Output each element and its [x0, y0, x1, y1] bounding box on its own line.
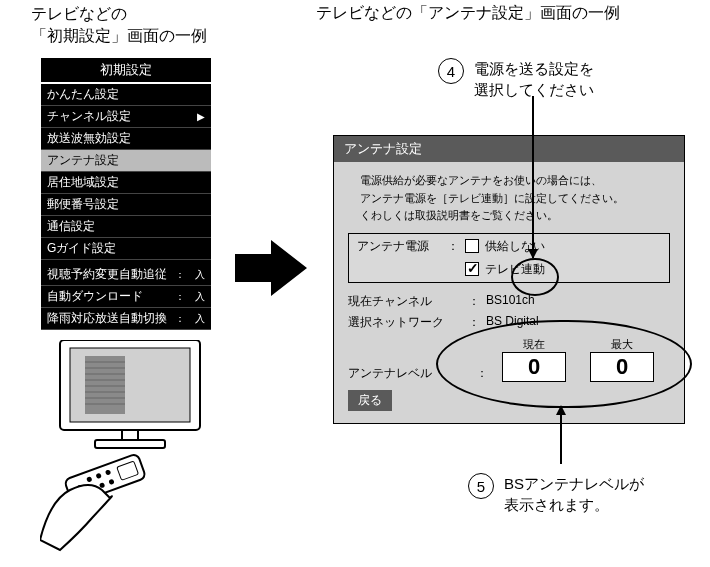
network-value: BS Digital — [486, 314, 670, 331]
heading-right: テレビなどの「アンテナ設定」画面の一例 — [316, 3, 620, 24]
menu-item-rain-switch[interactable]: 降雨対応放送自動切換： 入 — [41, 308, 211, 330]
network-label: 選択ネットワーク — [348, 314, 468, 331]
tv-remote-illustration — [40, 340, 240, 564]
menu-item-comm[interactable]: 通信設定 — [41, 216, 211, 238]
option-no-supply-label: 供給しない — [485, 238, 661, 255]
svg-marker-0 — [235, 240, 307, 296]
antenna-power-label: アンテナ電源 — [357, 238, 447, 255]
antenna-level-label: アンテナレベル — [348, 365, 468, 382]
option-no-supply-checkbox[interactable] — [465, 239, 479, 253]
initial-settings-menu: 初期設定 かんたん設定 チャンネル設定▶ 放送波無効設定 アンテナ設定 居住地域… — [41, 58, 211, 330]
arrow-right-icon — [235, 240, 307, 300]
menu-item-broadcast-disable[interactable]: 放送波無効設定 — [41, 128, 211, 150]
callout-5: 5 BSアンテナレベルが 表示されます。 — [468, 473, 644, 515]
antenna-power-box: アンテナ電源 ： 供給しない テレビ連動 — [348, 233, 670, 283]
menu-title: 初期設定 — [41, 58, 211, 84]
svg-rect-12 — [122, 430, 138, 440]
current-channel-value: BS101ch — [486, 293, 670, 310]
menu-item-gguide[interactable]: Gガイド設定 — [41, 238, 211, 260]
menu-item-region[interactable]: 居住地域設定 — [41, 172, 211, 194]
panel-instruction: 電源供給が必要なアンテナをお使いの場合には、 アンテナ電源を［テレビ連動］に設定… — [360, 172, 670, 225]
menu-item-channel[interactable]: チャンネル設定▶ — [41, 106, 211, 128]
panel-title: アンテナ設定 — [334, 136, 684, 162]
current-channel-label: 現在チャンネル — [348, 293, 468, 310]
menu-item-auto-download[interactable]: 自動ダウンロード： 入 — [41, 286, 211, 308]
chevron-right-icon: ▶ — [197, 111, 205, 122]
level-current-box: 現在 0 — [502, 337, 566, 382]
level-current-value: 0 — [502, 352, 566, 382]
heading-left: テレビなどの 「初期設定」画面の一例 — [31, 3, 207, 48]
antenna-settings-panel: アンテナ設定 電源供給が必要なアンテナをお使いの場合には、 アンテナ電源を［テレ… — [333, 135, 685, 424]
level-max-value: 0 — [590, 352, 654, 382]
menu-item-antenna[interactable]: アンテナ設定 — [41, 150, 211, 172]
level-max-box: 最大 0 — [590, 337, 654, 382]
pointer-arrow-4 — [532, 96, 534, 258]
menu-item-reservation-follow[interactable]: 視聴予約変更自動追従： 入 — [41, 264, 211, 286]
back-button[interactable]: 戻る — [348, 390, 392, 411]
heading-left-line2: 「初期設定」画面の一例 — [31, 27, 207, 44]
callout-4: 4 電源を送る設定を 選択してください — [438, 58, 594, 100]
svg-rect-3 — [85, 356, 125, 414]
step-5-badge: 5 — [468, 473, 494, 499]
step-4-badge: 4 — [438, 58, 464, 84]
svg-rect-13 — [95, 440, 165, 448]
pointer-arrow-5 — [560, 406, 562, 464]
menu-item-postal[interactable]: 郵便番号設定 — [41, 194, 211, 216]
option-tv-link-label: テレビ連動 — [485, 261, 661, 278]
option-tv-link-checkbox[interactable] — [465, 262, 479, 276]
menu-item-easy[interactable]: かんたん設定 — [41, 84, 211, 106]
heading-left-line1: テレビなどの — [31, 5, 127, 22]
